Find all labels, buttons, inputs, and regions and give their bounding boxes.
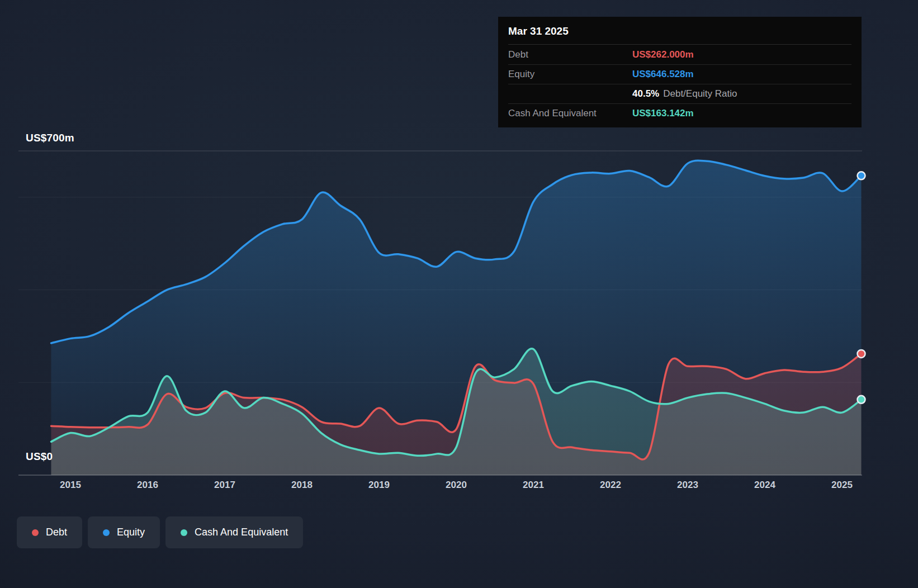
tooltip-debt-label: Debt xyxy=(508,49,632,60)
y-axis-label-bottom: US$0 xyxy=(26,451,53,463)
cash-end-marker xyxy=(858,396,865,404)
debt-dot-icon xyxy=(32,529,39,536)
legend-item-debt[interactable]: Debt xyxy=(17,516,82,548)
tooltip-row-equity: Equity US$646.528m xyxy=(508,64,851,84)
x-axis-label-2017: 2017 xyxy=(214,480,235,491)
legend-equity-label: Equity xyxy=(117,527,145,538)
tooltip-row-debt: Debt US$262.000m xyxy=(508,45,851,64)
x-axis-label-2022: 2022 xyxy=(600,480,621,491)
legend-cash-label: Cash And Equivalent xyxy=(195,527,288,538)
x-axis-label-2023: 2023 xyxy=(677,480,698,491)
x-axis-label-2015: 2015 xyxy=(60,480,81,491)
legend-debt-label: Debt xyxy=(46,527,67,538)
legend-item-equity[interactable]: Equity xyxy=(88,516,160,548)
tooltip-ratio-caption: Debt/Equity Ratio xyxy=(663,88,737,99)
tooltip-ratio-percent: 40.5% xyxy=(632,88,659,99)
tooltip-ratio-value: 40.5%Debt/Equity Ratio xyxy=(632,88,737,99)
tooltip-cash-value: US$163.142m xyxy=(632,108,694,119)
equity-end-marker xyxy=(858,172,865,179)
tooltip-equity-label: Equity xyxy=(508,69,632,80)
x-axis-label-2020: 2020 xyxy=(446,480,467,491)
x-axis-label-2024: 2024 xyxy=(754,480,775,491)
x-axis-label-2019: 2019 xyxy=(368,480,390,491)
tooltip-cash-label: Cash And Equivalent xyxy=(508,108,632,119)
tooltip-row-cash: Cash And Equivalent US$163.142m xyxy=(508,103,851,123)
x-axis-label-2025: 2025 xyxy=(831,480,853,491)
legend: Debt Equity Cash And Equivalent xyxy=(17,516,303,548)
tooltip: Mar 31 2025 Debt US$262.000m Equity US$6… xyxy=(498,17,862,127)
tooltip-row-ratio: 40.5%Debt/Equity Ratio xyxy=(508,84,851,103)
equity-dot-icon xyxy=(103,529,110,536)
x-axis-label-2016: 2016 xyxy=(137,480,158,491)
tooltip-debt-value: US$262.000m xyxy=(632,49,694,60)
tooltip-date: Mar 31 2025 xyxy=(508,17,851,45)
legend-item-cash[interactable]: Cash And Equivalent xyxy=(165,516,303,548)
x-axis-label-2018: 2018 xyxy=(291,480,313,491)
x-axis-label-2021: 2021 xyxy=(523,480,544,491)
debt-end-marker xyxy=(858,350,865,358)
y-axis-label-top: US$700m xyxy=(26,132,74,144)
cash-dot-icon xyxy=(181,529,187,536)
tooltip-equity-value: US$646.528m xyxy=(632,69,694,80)
